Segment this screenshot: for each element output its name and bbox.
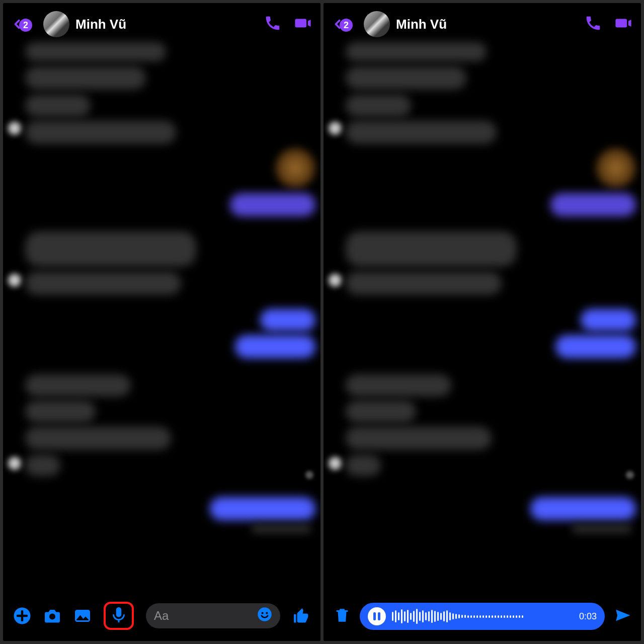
- unread-badge: 2: [19, 19, 32, 32]
- video-call-button[interactable]: [615, 15, 632, 34]
- incoming-bubble[interactable]: [346, 121, 497, 144]
- sender-avatar-mini: [8, 274, 21, 287]
- incoming-bubble[interactable]: [346, 427, 492, 450]
- back-button[interactable]: 2: [12, 17, 23, 32]
- outgoing-bubble[interactable]: [235, 335, 315, 358]
- camera-icon: [43, 607, 61, 625]
- chat-pane-recording: 2 Minh Vũ: [324, 3, 641, 641]
- incoming-bubble[interactable]: [346, 95, 411, 117]
- waveform: [392, 609, 573, 624]
- outgoing-bubble[interactable]: [555, 335, 636, 358]
- recording-timer: 0:03: [579, 611, 597, 622]
- incoming-bubble[interactable]: [25, 121, 176, 144]
- mic-button-highlighted[interactable]: [104, 602, 134, 630]
- back-button[interactable]: 2: [333, 17, 344, 32]
- chat-header: 2 Minh Vũ: [3, 3, 320, 42]
- unread-badge: 2: [340, 19, 353, 32]
- gallery-icon: [73, 607, 92, 625]
- voice-recording-pill[interactable]: 0:03: [360, 603, 605, 630]
- svg-point-3: [258, 607, 272, 621]
- incoming-bubble[interactable]: [25, 272, 181, 295]
- video-icon: [615, 15, 632, 32]
- chat-header: 2 Minh Vũ: [324, 3, 641, 42]
- sticker-message[interactable]: [275, 148, 315, 188]
- message-list[interactable]: [324, 42, 641, 595]
- chat-pane-normal: 2 Minh Vũ: [3, 3, 320, 641]
- phone-icon: [264, 15, 281, 32]
- sender-avatar-mini: [329, 274, 342, 287]
- emoji-icon: [257, 607, 272, 622]
- more-actions-button[interactable]: [13, 607, 31, 625]
- outgoing-bubble[interactable]: [530, 497, 636, 520]
- camera-button[interactable]: [43, 607, 61, 625]
- incoming-bubble[interactable]: [25, 42, 166, 61]
- gallery-button[interactable]: [73, 607, 92, 625]
- incoming-bubble[interactable]: [346, 66, 466, 90]
- incoming-bubble[interactable]: [25, 427, 171, 450]
- pause-icon: [373, 612, 380, 620]
- incoming-bubble[interactable]: [25, 231, 196, 267]
- contact-name[interactable]: Minh Vũ: [75, 17, 258, 32]
- discard-recording-button[interactable]: [334, 607, 351, 626]
- outgoing-bubble[interactable]: [550, 193, 636, 216]
- voice-call-button[interactable]: [264, 15, 281, 34]
- incoming-bubble[interactable]: [25, 374, 131, 396]
- svg-point-4: [262, 612, 264, 614]
- trash-icon: [334, 607, 351, 624]
- like-button[interactable]: [292, 607, 310, 625]
- message-input[interactable]: Aa: [146, 603, 280, 628]
- svg-point-1: [49, 614, 55, 620]
- incoming-bubble[interactable]: [346, 42, 487, 61]
- contact-avatar[interactable]: [43, 11, 69, 37]
- incoming-bubble[interactable]: [25, 455, 60, 476]
- pause-recording-button[interactable]: [368, 607, 386, 625]
- sender-avatar-mini: [329, 122, 342, 135]
- read-receipt: [305, 471, 313, 479]
- incoming-bubble[interactable]: [346, 374, 451, 396]
- outgoing-bubble[interactable]: [260, 309, 315, 331]
- recording-toolbar: 0:03: [324, 595, 641, 641]
- incoming-bubble[interactable]: [346, 400, 416, 423]
- microphone-icon: [110, 606, 128, 624]
- video-icon: [294, 15, 311, 32]
- phone-icon: [585, 15, 602, 32]
- sender-avatar-mini: [8, 457, 21, 470]
- contact-avatar[interactable]: [364, 11, 390, 37]
- incoming-bubble[interactable]: [25, 66, 146, 90]
- send-icon: [614, 607, 631, 624]
- plus-circle-icon: [13, 607, 31, 625]
- incoming-bubble[interactable]: [346, 231, 517, 267]
- sticker-message[interactable]: [596, 148, 636, 188]
- svg-point-5: [266, 612, 268, 614]
- emoji-button[interactable]: [257, 607, 272, 625]
- incoming-bubble[interactable]: [346, 455, 381, 476]
- voice-call-button[interactable]: [585, 15, 602, 34]
- sender-avatar-mini: [329, 457, 342, 470]
- read-receipt: [626, 471, 634, 479]
- message-subtext: [572, 524, 632, 533]
- input-placeholder: Aa: [154, 609, 169, 623]
- sender-avatar-mini: [8, 122, 21, 135]
- message-subtext: [251, 524, 311, 533]
- send-button[interactable]: [614, 607, 631, 626]
- message-list[interactable]: [3, 42, 320, 594]
- outgoing-bubble[interactable]: [210, 497, 315, 520]
- contact-name[interactable]: Minh Vũ: [396, 17, 579, 32]
- incoming-bubble[interactable]: [25, 95, 91, 117]
- outgoing-bubble[interactable]: [581, 309, 636, 331]
- outgoing-bubble[interactable]: [230, 193, 315, 216]
- incoming-bubble[interactable]: [346, 272, 502, 295]
- compose-toolbar: Aa: [3, 594, 320, 641]
- thumbs-up-icon: [292, 607, 310, 625]
- incoming-bubble[interactable]: [25, 400, 96, 423]
- video-call-button[interactable]: [294, 15, 311, 34]
